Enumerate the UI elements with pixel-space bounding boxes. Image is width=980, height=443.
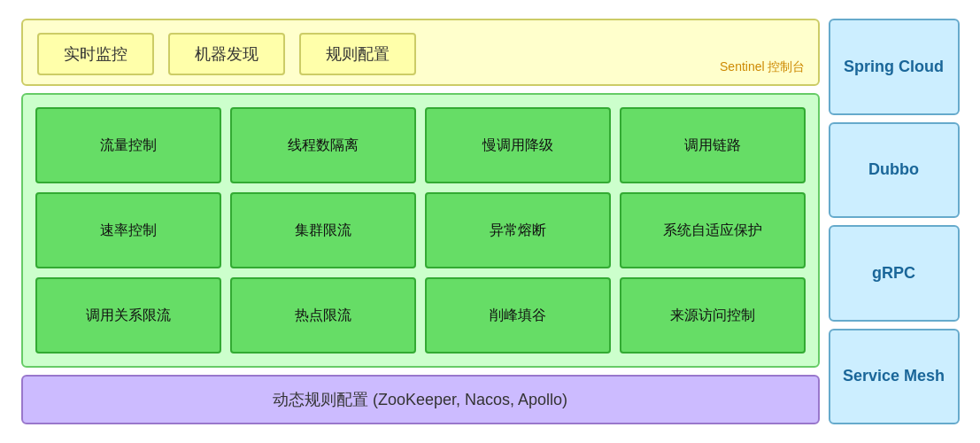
config-label: 动态规则配置 (ZooKeeper, Nacos, Apollo) [273,389,567,410]
sentinel-panel: 实时监控 机器发现 规则配置 Sentinel 控制台 [21,19,820,86]
feature-2: 慢调用降级 [425,107,611,183]
right-box-3: Service Mesh [829,329,960,425]
sentinel-box-0: 实时监控 [37,33,154,75]
feature-8: 调用关系限流 [35,277,221,354]
left-section: 实时监控 机器发现 规则配置 Sentinel 控制台 流量控制 线程数隔离 慢… [21,19,820,424]
feature-7: 系统自适应保护 [620,192,806,268]
feature-3: 调用链路 [620,107,806,183]
right-box-1: Dubbo [829,122,960,219]
right-box-2: gRPC [829,225,960,322]
feature-10: 削峰填谷 [425,277,611,354]
feature-11: 来源访问控制 [620,277,806,354]
right-section: Spring Cloud Dubbo gRPC Service Mesh [829,19,960,424]
sentinel-box-1: 机器发现 [168,33,285,75]
feature-0: 流量控制 [35,107,221,183]
features-panel: 流量控制 线程数隔离 慢调用降级 调用链路 速率控制 集群限流 异常熔断 系统自… [21,93,820,368]
feature-9: 热点限流 [230,277,416,354]
config-panel: 动态规则配置 (ZooKeeper, Nacos, Apollo) [21,375,820,424]
feature-5: 集群限流 [230,192,416,268]
sentinel-box-2: 规则配置 [299,33,416,75]
sentinel-label: Sentinel 控制台 [720,59,805,75]
feature-1: 线程数隔离 [230,107,416,183]
main-container: 实时监控 机器发现 规则配置 Sentinel 控制台 流量控制 线程数隔离 慢… [12,10,968,433]
feature-4: 速率控制 [35,192,221,268]
feature-6: 异常熔断 [425,192,611,268]
right-box-0: Spring Cloud [829,19,960,115]
